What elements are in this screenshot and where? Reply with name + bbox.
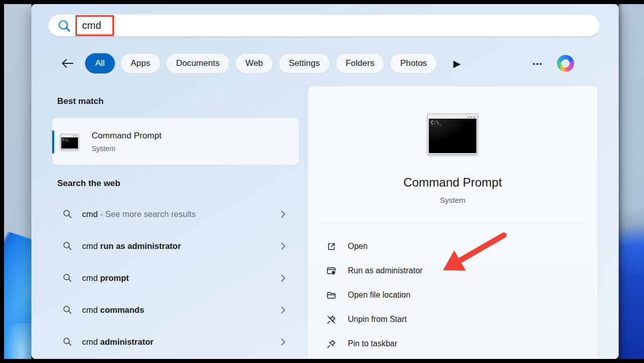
selection-accent-bar — [52, 130, 54, 154]
chevron-right-icon — [281, 306, 286, 314]
divider — [318, 223, 587, 224]
action-list: Open Run as administrator Open fi — [308, 234, 597, 356]
action-open-file-location[interactable]: Open file location — [308, 283, 597, 307]
action-label: Run as administrator — [348, 266, 423, 275]
filter-bar-right: ••• — [533, 53, 600, 74]
action-run-as-administrator[interactable]: Run as administrator — [308, 259, 597, 283]
action-label: Unpin from Start — [348, 315, 407, 324]
action-label: Open file location — [348, 291, 411, 300]
best-match-heading: Best match — [57, 96, 104, 106]
back-icon[interactable] — [61, 58, 74, 69]
search-glyph-icon — [63, 337, 72, 347]
suggestion-text: cmd administrator — [82, 337, 153, 347]
best-match-text: Command Prompt System — [92, 131, 162, 153]
filter-bar: All Apps Documents Web Settings Folders … — [48, 52, 600, 75]
desktop: cmd All Apps Documents Web Settings Fold… — [0, 0, 644, 363]
web-suggestions-list: cmd - See more search results cmd run as… — [52, 203, 299, 359]
preview-subtitle: System — [440, 196, 465, 204]
action-pin-to-taskbar[interactable]: Pin to taskbar — [308, 332, 597, 356]
folder-icon — [326, 290, 337, 301]
suggestion-row[interactable]: cmd prompt — [52, 267, 299, 288]
search-glyph-icon — [63, 209, 72, 219]
suggestion-row[interactable]: cmd administrator — [52, 331, 299, 352]
tab-folders[interactable]: Folders — [336, 53, 385, 74]
action-label: Open — [348, 242, 368, 251]
pin-icon — [326, 339, 337, 349]
chevron-right-icon — [281, 274, 286, 282]
best-match-item[interactable]: C:\_ Command Prompt System — [52, 118, 299, 165]
best-match-title: Command Prompt — [92, 131, 162, 141]
action-unpin-from-start[interactable]: Unpin from Start — [308, 307, 597, 332]
action-open[interactable]: Open — [308, 234, 597, 259]
chevron-right-icon — [281, 210, 286, 218]
tab-apps[interactable]: Apps — [120, 53, 160, 74]
tab-settings[interactable]: Settings — [278, 53, 330, 74]
wallpaper-left — [4, 4, 31, 359]
filter-tabs: All Apps Documents Web Settings Folders … — [85, 53, 437, 74]
command-prompt-icon: C:\_ — [60, 134, 79, 150]
suggestion-text: cmd prompt — [82, 273, 129, 283]
search-icon — [57, 19, 71, 33]
search-glyph-icon — [63, 305, 72, 315]
more-options-icon[interactable]: ••• — [533, 60, 543, 67]
suggestion-text: cmd commands — [82, 305, 144, 315]
tab-all[interactable]: All — [85, 53, 115, 74]
wallpaper-bloom-highlight — [4, 323, 31, 359]
open-icon — [326, 241, 337, 252]
tab-documents[interactable]: Documents — [166, 53, 230, 74]
search-query-text: cmd — [82, 20, 101, 31]
command-prompt-icon-large: C:\_ — [427, 114, 478, 155]
search-glyph-icon — [63, 241, 72, 251]
more-tabs-arrow-icon[interactable]: ▶ — [453, 59, 461, 68]
unpin-icon — [326, 314, 337, 325]
action-label: Pin to taskbar — [348, 339, 397, 348]
annotation-highlight-box: cmd — [75, 15, 114, 36]
preview-title: Command Prompt — [404, 175, 502, 190]
suggestion-text: cmd - See more search results — [82, 209, 196, 219]
wallpaper-right — [619, 4, 644, 359]
search-glyph-icon — [63, 273, 72, 283]
suggestion-row[interactable]: cmd - See more search results — [52, 203, 299, 225]
run-as-admin-icon — [326, 266, 337, 276]
search-flyout-window: cmd All Apps Documents Web Settings Fold… — [31, 4, 619, 359]
tab-photos[interactable]: Photos — [390, 53, 437, 74]
best-match-subtitle: System — [92, 144, 162, 153]
chevron-right-icon — [281, 242, 286, 250]
suggestion-text: cmd run as administrator — [82, 241, 181, 251]
search-web-heading: Search the web — [57, 178, 120, 189]
suggestion-row[interactable]: cmd commands — [52, 299, 299, 320]
suggestion-row[interactable]: cmd run as administrator — [52, 235, 299, 257]
copilot-icon[interactable] — [555, 53, 576, 74]
preview-panel: C:\_ Command Prompt System Open — [308, 86, 597, 359]
tab-web[interactable]: Web — [235, 53, 273, 74]
search-input[interactable]: cmd — [48, 14, 600, 37]
chevron-right-icon — [281, 338, 286, 346]
